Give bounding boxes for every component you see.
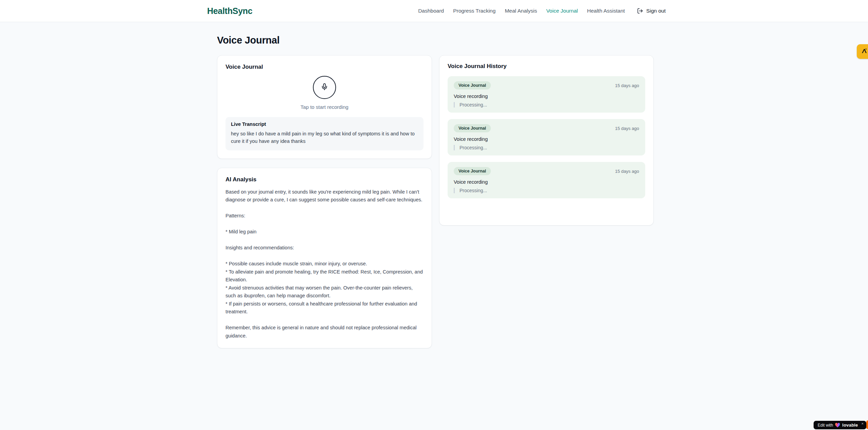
nav-item-progress-tracking[interactable]: Progress Tracking xyxy=(453,8,496,14)
entry-status: Processing... xyxy=(454,145,639,150)
entry-timestamp: 15 days ago xyxy=(615,83,639,88)
entry-title: Voice recording xyxy=(454,94,639,99)
record-button[interactable] xyxy=(313,76,336,99)
nav-item-health-assistant[interactable]: Health Assistant xyxy=(587,8,625,14)
entry-timestamp: 15 days ago xyxy=(615,126,639,131)
entry-status: Processing... xyxy=(454,102,639,108)
entry-timestamp: 15 days ago xyxy=(615,169,639,174)
nav-item-voice-journal[interactable]: Voice Journal xyxy=(546,8,578,14)
entry-type-badge: Voice Journal xyxy=(454,81,491,89)
top-navbar: HealthSync Dashboard Progress Tracking M… xyxy=(0,0,868,22)
history-entry[interactable]: Voice Journal 15 days ago Voice recordin… xyxy=(448,119,645,155)
entry-title: Voice recording xyxy=(454,136,639,142)
ai-analysis-card: AI Analysis Based on your journal entry,… xyxy=(217,168,432,349)
sign-out-label: Sign out xyxy=(646,8,666,14)
live-transcript-box: Live Transcript hey so like I do have a … xyxy=(226,117,423,150)
history-card-title: Voice Journal History xyxy=(448,63,645,70)
history-entry[interactable]: Voice Journal 15 days ago Voice recordin… xyxy=(448,162,645,198)
left-column: Voice Journal Tap to start recording xyxy=(217,55,432,348)
microphone-icon xyxy=(321,83,328,92)
feedback-widget-button[interactable] xyxy=(857,44,868,59)
lovable-a-icon xyxy=(861,47,868,56)
header-right: Dashboard Progress Tracking Meal Analysi… xyxy=(418,8,666,14)
edit-with-lovable-badge[interactable]: Edit with lovable × xyxy=(814,421,866,429)
voice-recorder-card: Voice Journal Tap to start recording xyxy=(217,55,432,159)
live-transcript-text: hey so like I do have a mild pain in my … xyxy=(231,130,418,145)
app-logo[interactable]: HealthSync xyxy=(207,6,252,16)
edge-widget-sliver[interactable] xyxy=(866,420,868,429)
nav-item-dashboard[interactable]: Dashboard xyxy=(418,8,444,14)
edit-with-label: Edit with xyxy=(818,423,833,428)
main-nav: Dashboard Progress Tracking Meal Analysi… xyxy=(418,8,625,14)
ai-analysis-body: Based on your journal entry, it sounds l… xyxy=(226,188,423,340)
main-content: Voice Journal Voice Journal xyxy=(0,22,868,348)
gradient-heart-icon xyxy=(835,423,840,428)
history-entry[interactable]: Voice Journal 15 days ago Voice recordin… xyxy=(448,76,645,113)
live-transcript-title: Live Transcript xyxy=(231,121,418,127)
log-out-icon xyxy=(637,8,643,14)
entry-status: Processing... xyxy=(454,188,639,193)
entry-type-badge: Voice Journal xyxy=(454,124,491,132)
sign-out-button[interactable]: Sign out xyxy=(637,8,666,14)
close-icon[interactable]: × xyxy=(862,421,864,426)
nav-item-meal-analysis[interactable]: Meal Analysis xyxy=(505,8,537,14)
entry-type-badge: Voice Journal xyxy=(454,167,491,175)
voice-journal-history-card: Voice Journal History Voice Journal 15 d… xyxy=(439,55,654,226)
tap-to-record-hint: Tap to start recording xyxy=(226,104,423,110)
recorder-card-title: Voice Journal xyxy=(226,64,423,70)
ai-analysis-title: AI Analysis xyxy=(226,176,423,183)
right-column: Voice Journal History Voice Journal 15 d… xyxy=(439,55,654,348)
lovable-brand-label: lovable xyxy=(842,423,858,428)
entry-title: Voice recording xyxy=(454,179,639,185)
page-title: Voice Journal xyxy=(217,35,868,46)
